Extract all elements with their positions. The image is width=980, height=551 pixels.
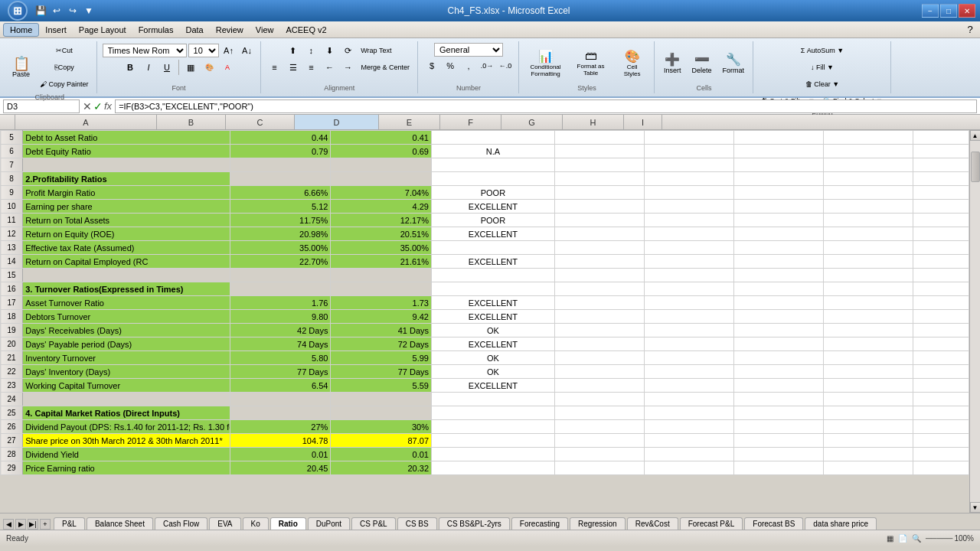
cell-10-F[interactable]: [644, 200, 733, 214]
table-row[interactable]: 17Asset Turnover Ratio1.761.73EXCELLENT: [1, 296, 969, 310]
cell-18-C[interactable]: 9.42: [331, 310, 432, 324]
zoom-slider[interactable]: ───── 100%: [926, 534, 974, 543]
cell-23-G[interactable]: [733, 379, 823, 393]
table-row[interactable]: 12Return on Equity (ROE)20.98%20.51%EXCE…: [1, 227, 969, 241]
cell-11-G[interactable]: [733, 214, 823, 227]
cell-17-G[interactable]: [733, 296, 823, 310]
cell-16-A[interactable]: 3. Turnover Ratios(Expressed in Times): [23, 282, 230, 296]
cell-22-G[interactable]: [733, 365, 823, 379]
cell-20-C[interactable]: 72 Days: [331, 337, 432, 351]
cell-28-A[interactable]: Dividend Yield: [23, 448, 230, 461]
tab-pl[interactable]: P&L: [54, 517, 85, 530]
increase-font-btn[interactable]: A↑: [220, 43, 237, 58]
tab-scroll-right-btn[interactable]: ▶: [15, 519, 26, 530]
dec-decrease-btn[interactable]: ←.0: [497, 58, 514, 73]
view-normal-btn[interactable]: ▦: [887, 534, 893, 543]
cell-13-D[interactable]: [432, 241, 555, 255]
cell-20-H[interactable]: [823, 337, 913, 351]
cell-11-I[interactable]: [913, 214, 969, 227]
decrease-font-btn[interactable]: A↓: [239, 43, 256, 58]
cell-5-A[interactable]: Debt to Asset Ratio: [23, 131, 230, 145]
tab-rev-cost[interactable]: Rev&Cost: [627, 517, 678, 530]
help-btn[interactable]: ?: [963, 23, 977, 37]
cell-14-C[interactable]: 21.61%: [331, 255, 432, 269]
cell-28-I[interactable]: [913, 448, 969, 461]
cell-7-C[interactable]: [331, 158, 432, 172]
align-right-btn[interactable]: ≡: [303, 60, 320, 75]
cell-11-D[interactable]: POOR: [432, 214, 555, 227]
cell-22-E[interactable]: [554, 365, 644, 379]
cell-11-H[interactable]: [823, 214, 913, 227]
cell-25-D[interactable]: [432, 406, 555, 420]
cell-20-D[interactable]: EXCELLENT: [432, 337, 555, 351]
cell-14-I[interactable]: [913, 255, 969, 269]
col-header-G[interactable]: G: [501, 115, 563, 129]
close-btn[interactable]: ✕: [959, 4, 975, 18]
cell-7-B[interactable]: [230, 158, 331, 172]
cell-10-H[interactable]: [823, 200, 913, 214]
cell-27-D[interactable]: [432, 434, 555, 448]
scroll-up-btn[interactable]: ▲: [970, 130, 981, 141]
tab-cs-bspl[interactable]: CS BS&PL-2yrs: [439, 517, 510, 530]
cell-7-A[interactable]: [23, 158, 230, 172]
cell-24-F[interactable]: [644, 393, 733, 406]
table-row[interactable]: 13Effective tax Rate (Assumed)35.00%35.0…: [1, 241, 969, 255]
cell-8-D[interactable]: [432, 172, 555, 186]
menu-aceeq[interactable]: ACEEQ v2: [279, 24, 332, 36]
cell-17-E[interactable]: [554, 296, 644, 310]
cell-15-B[interactable]: [230, 269, 331, 282]
font-size-select[interactable]: 10: [188, 44, 219, 57]
cell-23-C[interactable]: 5.59: [331, 379, 432, 393]
menu-formulas[interactable]: Formulas: [132, 24, 180, 36]
fill-btn[interactable]: ↓ Fill ▼: [807, 60, 838, 75]
table-row[interactable]: 20Days' Payable period (Days)74 Days72 D…: [1, 337, 969, 351]
cell-16-C[interactable]: [331, 282, 432, 296]
table-row[interactable]: 6Debt Equity Ratio0.790.69N.A: [1, 145, 969, 158]
cell-5-G[interactable]: [733, 131, 823, 145]
cell-11-C[interactable]: 12.17%: [331, 214, 432, 227]
cell-16-G[interactable]: [733, 282, 823, 296]
table-row[interactable]: 9Profit Margin Ratio6.66%7.04%POOR: [1, 186, 969, 200]
cell-25-B[interactable]: [230, 406, 331, 420]
cell-7-I[interactable]: [913, 158, 969, 172]
cell-28-B[interactable]: 0.01: [230, 448, 331, 461]
cell-21-I[interactable]: [913, 351, 969, 365]
tab-cash-flow[interactable]: Cash Flow: [155, 517, 207, 530]
cell-6-B[interactable]: 0.79: [230, 145, 331, 158]
number-format-select[interactable]: General: [434, 43, 503, 57]
office-button[interactable]: ⊞: [8, 1, 28, 21]
cell-19-A[interactable]: Days' Receivables (Days): [23, 324, 230, 337]
cell-21-F[interactable]: [644, 351, 733, 365]
cell-20-F[interactable]: [644, 337, 733, 351]
cell-21-C[interactable]: 5.99: [331, 351, 432, 365]
cell-20-G[interactable]: [733, 337, 823, 351]
cell-28-C[interactable]: 0.01: [331, 448, 432, 461]
cell-25-I[interactable]: [913, 406, 969, 420]
cell-20-A[interactable]: Days' Payable period (Days): [23, 337, 230, 351]
cell-29-G[interactable]: [733, 461, 823, 475]
col-header-C[interactable]: C: [226, 115, 295, 129]
cell-6-I[interactable]: [913, 145, 969, 158]
table-row[interactable]: 24: [1, 393, 969, 406]
percent-btn[interactable]: %: [442, 58, 459, 73]
cell-10-G[interactable]: [733, 200, 823, 214]
cell-10-D[interactable]: EXCELLENT: [432, 200, 555, 214]
cell-29-I[interactable]: [913, 461, 969, 475]
cell-13-I[interactable]: [913, 241, 969, 255]
tab-scroll-left-btn[interactable]: ◀: [3, 519, 14, 530]
cell-26-E[interactable]: [554, 420, 644, 434]
cell-18-D[interactable]: EXCELLENT: [432, 310, 555, 324]
borders-btn[interactable]: ▦: [182, 60, 199, 75]
cell-8-G[interactable]: [733, 172, 823, 186]
wrap-text-btn[interactable]: Wrap Text: [358, 43, 394, 58]
cell-14-B[interactable]: 22.70%: [230, 255, 331, 269]
cell-9-D[interactable]: POOR: [432, 186, 555, 200]
tab-cs-pl[interactable]: CS P&L: [351, 517, 396, 530]
cell-25-C[interactable]: [331, 406, 432, 420]
cell-6-E[interactable]: [554, 145, 644, 158]
cell-8-A[interactable]: 2.Profitability Ratios: [23, 172, 230, 186]
cell-15-A[interactable]: [23, 269, 230, 282]
cell-18-I[interactable]: [913, 310, 969, 324]
paste-btn[interactable]: 📋 Paste: [8, 47, 34, 89]
cell-17-B[interactable]: 1.76: [230, 296, 331, 310]
